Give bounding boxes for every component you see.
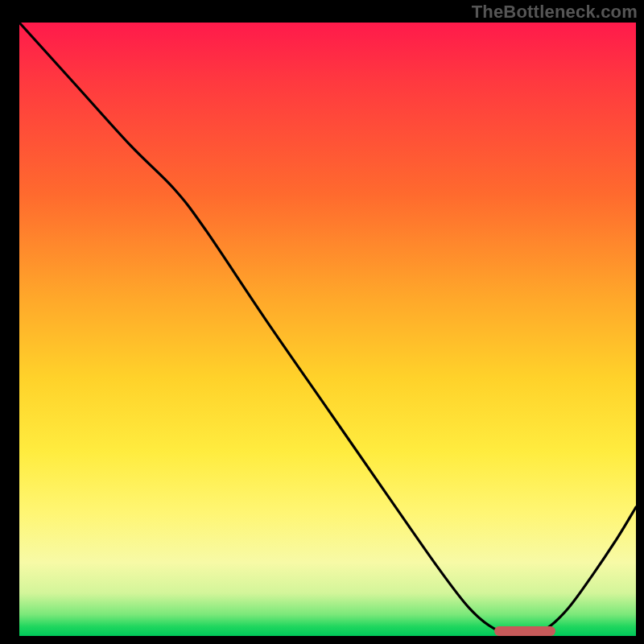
- plot-wrapper: [0, 0, 644, 644]
- watermark-text: TheBottleneck.com: [472, 2, 638, 23]
- frame-bottom: [0, 636, 644, 644]
- frame-right: [636, 0, 644, 644]
- curve-layer: [19, 23, 636, 636]
- chart-stage: TheBottleneck.com: [0, 0, 644, 644]
- frame-left: [0, 0, 19, 644]
- bottleneck-curve: [19, 23, 636, 633]
- optimal-range-marker: [494, 626, 556, 636]
